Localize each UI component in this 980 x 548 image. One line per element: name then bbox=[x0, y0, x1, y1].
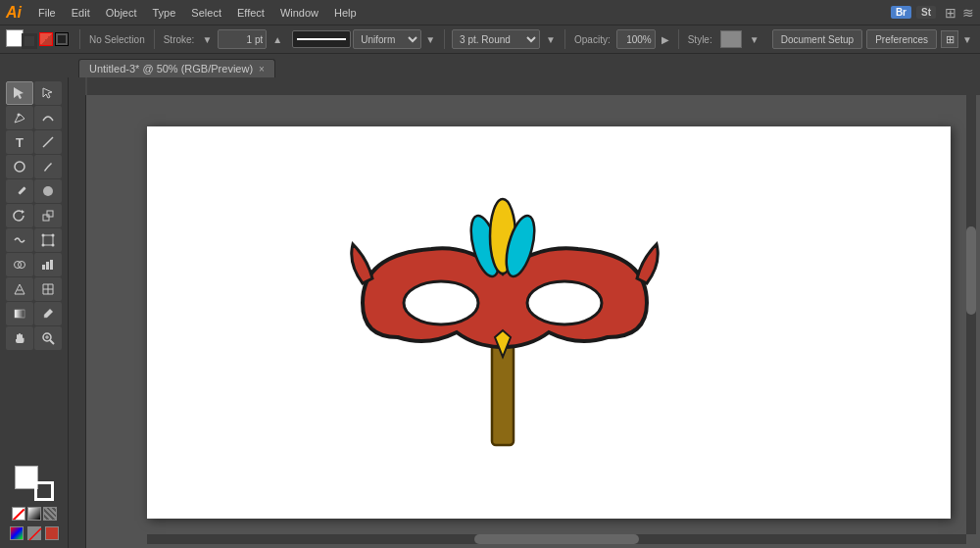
tool-row-9 bbox=[6, 277, 62, 301]
svg-rect-9 bbox=[47, 211, 53, 217]
grid-icon: ⊞ bbox=[945, 5, 956, 21]
mesh-tool[interactable] bbox=[34, 277, 62, 301]
style-swatch[interactable] bbox=[720, 30, 742, 48]
fill-red-indicator[interactable] bbox=[39, 32, 53, 46]
svg-point-11 bbox=[42, 234, 45, 237]
options-bar: No Selection Stroke: ▼ ▲ Uniform ▼ 3 pt.… bbox=[0, 25, 980, 54]
scrollbar-horizontal[interactable] bbox=[147, 534, 966, 544]
mask-illustration bbox=[343, 185, 657, 440]
tool-row-8 bbox=[6, 253, 62, 276]
cap-chevron[interactable]: ▼ bbox=[544, 34, 558, 45]
document-tab[interactable]: Untitled-3* @ 50% (RGB/Preview) × bbox=[78, 59, 275, 77]
svg-line-27 bbox=[29, 528, 41, 540]
stroke-chevron[interactable]: ▼ bbox=[423, 34, 437, 45]
tool-row-3: T bbox=[6, 130, 62, 154]
rotate-tool[interactable] bbox=[6, 204, 33, 227]
tool-row-11 bbox=[6, 326, 62, 350]
sep4 bbox=[564, 29, 565, 49]
svg-line-3 bbox=[43, 137, 53, 147]
opacity-input[interactable] bbox=[616, 29, 656, 49]
svg-rect-19 bbox=[50, 260, 53, 270]
fill-color-indicator[interactable] bbox=[45, 526, 59, 540]
none-btn[interactable] bbox=[27, 526, 41, 540]
color-mode-btn[interactable] bbox=[10, 526, 24, 540]
arrange-icon[interactable]: ⊞ bbox=[941, 30, 958, 48]
gradient-fill[interactable] bbox=[27, 507, 41, 521]
menu-type[interactable]: Type bbox=[146, 5, 183, 21]
arrange-chevron[interactable]: ▼ bbox=[960, 34, 974, 45]
style-label: Style: bbox=[688, 34, 712, 45]
stroke-black-indicator[interactable] bbox=[55, 32, 69, 46]
blob-tool[interactable] bbox=[34, 179, 62, 203]
eyedropper-tool[interactable] bbox=[34, 302, 62, 325]
svg-rect-22 bbox=[15, 310, 24, 318]
stroke-color-box[interactable] bbox=[22, 33, 37, 49]
svg-rect-8 bbox=[43, 215, 49, 221]
menu-file[interactable]: File bbox=[31, 5, 63, 21]
opacity-expand[interactable]: ▶ bbox=[660, 34, 671, 45]
type-tool[interactable]: T bbox=[6, 130, 33, 154]
hand-tool[interactable] bbox=[6, 326, 33, 350]
svg-rect-10 bbox=[43, 235, 53, 245]
line-tool[interactable] bbox=[34, 130, 62, 154]
sep3 bbox=[444, 29, 445, 49]
fill-stroke-area bbox=[6, 27, 69, 51]
shape-builder-tool[interactable] bbox=[6, 253, 33, 276]
pattern-fill[interactable] bbox=[43, 507, 57, 521]
stock-icon[interactable]: St bbox=[916, 6, 936, 19]
cap-style-select[interactable]: 3 pt. Round bbox=[452, 29, 540, 49]
svg-marker-1 bbox=[43, 88, 52, 98]
none-fill[interactable] bbox=[12, 507, 25, 521]
color-area bbox=[6, 462, 63, 544]
sep5 bbox=[678, 29, 679, 49]
bridge-icon[interactable]: Br bbox=[891, 6, 911, 19]
tool-row-1 bbox=[6, 81, 62, 105]
color-mode-swatches bbox=[10, 526, 59, 540]
background-stroke[interactable] bbox=[34, 481, 54, 501]
stroke-type-select[interactable]: Uniform bbox=[353, 29, 421, 49]
tool-row-2 bbox=[6, 106, 62, 129]
stroke-down[interactable]: ▼ bbox=[200, 34, 214, 45]
tool-row-10 bbox=[6, 302, 62, 325]
curvature-tool[interactable] bbox=[34, 106, 62, 129]
menu-object[interactable]: Object bbox=[99, 5, 144, 21]
gradient-tool[interactable] bbox=[6, 302, 33, 325]
perspective-tool[interactable] bbox=[6, 277, 33, 301]
zoom-tool[interactable] bbox=[34, 326, 62, 350]
style-chevron[interactable]: ▼ bbox=[748, 34, 761, 45]
no-selection-label: No Selection bbox=[89, 34, 145, 45]
graph-tool[interactable] bbox=[34, 253, 62, 276]
scrollbar-vertical[interactable] bbox=[966, 95, 976, 534]
stroke-style-area: Uniform ▼ bbox=[292, 29, 437, 49]
stroke-preview[interactable] bbox=[292, 30, 351, 48]
sep1 bbox=[79, 29, 80, 49]
ellipse-tool[interactable] bbox=[6, 155, 33, 178]
menu-select[interactable]: Select bbox=[184, 5, 228, 21]
paintbrush-tool[interactable] bbox=[34, 155, 62, 178]
free-transform-tool[interactable] bbox=[34, 228, 62, 252]
tab-close-button[interactable]: × bbox=[259, 64, 265, 75]
svg-marker-0 bbox=[14, 87, 24, 99]
svg-rect-17 bbox=[42, 265, 45, 270]
tab-title: Untitled-3* @ 50% (RGB/Preview) bbox=[89, 63, 253, 75]
svg-point-32 bbox=[527, 281, 602, 324]
menu-help[interactable]: Help bbox=[327, 5, 364, 21]
svg-point-12 bbox=[52, 234, 55, 237]
preferences-button[interactable]: Preferences bbox=[866, 29, 937, 49]
menu-window[interactable]: Window bbox=[273, 5, 325, 21]
ruler-top bbox=[69, 77, 980, 95]
svg-line-24 bbox=[50, 340, 54, 344]
warp-tool[interactable] bbox=[6, 228, 33, 252]
pen-tool[interactable] bbox=[6, 106, 33, 129]
svg-point-2 bbox=[18, 114, 21, 117]
direct-select-tool[interactable] bbox=[34, 81, 62, 105]
document-setup-button[interactable]: Document Setup bbox=[772, 29, 863, 49]
scale-tool[interactable] bbox=[34, 204, 62, 227]
sep2 bbox=[154, 29, 155, 49]
pencil-tool[interactable] bbox=[6, 179, 33, 203]
select-tool[interactable] bbox=[6, 81, 33, 105]
menu-effect[interactable]: Effect bbox=[230, 5, 271, 21]
menu-edit[interactable]: Edit bbox=[65, 5, 97, 21]
stroke-value-input[interactable] bbox=[218, 29, 267, 49]
stroke-up[interactable]: ▲ bbox=[270, 34, 284, 45]
